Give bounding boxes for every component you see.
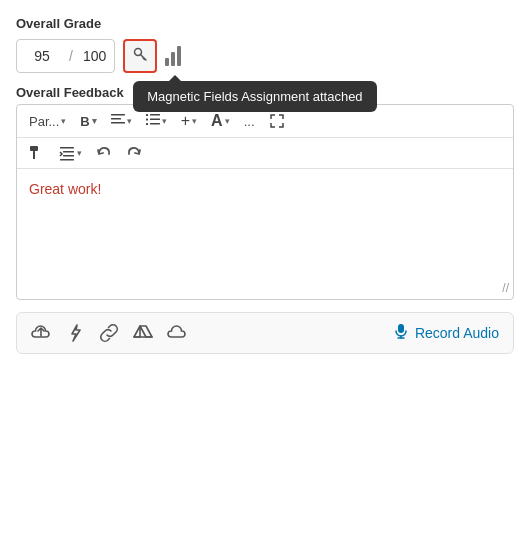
microphone-icon — [393, 323, 409, 343]
editor-container: Par... ▾ B ▾ — [16, 104, 514, 300]
feedback-section: Overall Feedback Par... ▾ B ▾ — [16, 85, 514, 300]
redo-button[interactable] — [120, 142, 148, 164]
drive-icon[interactable] — [133, 323, 153, 343]
chevron-down-icon: ▾ — [92, 116, 97, 126]
record-audio-label: Record Audio — [415, 325, 499, 341]
editor-toolbar: Par... ▾ B ▾ — [17, 105, 513, 169]
svg-marker-19 — [134, 326, 140, 337]
more-button[interactable]: ... — [238, 111, 261, 132]
svg-rect-14 — [60, 147, 74, 149]
toolbar-row-1: Par... ▾ B ▾ — [17, 105, 513, 138]
svg-rect-21 — [398, 324, 404, 333]
analytics-icon[interactable] — [165, 46, 181, 66]
svg-line-1 — [141, 55, 147, 61]
link-icon[interactable] — [99, 323, 119, 343]
grade-row: / 100 Magnetic Fields Assignment attache… — [16, 39, 514, 73]
editor-content[interactable]: Great work! // — [17, 169, 513, 299]
chevron-down-icon: ▾ — [162, 116, 167, 126]
svg-rect-17 — [60, 159, 74, 161]
svg-rect-7 — [150, 114, 160, 116]
grade-section: Overall Grade / 100 — [16, 16, 514, 73]
bottom-toolbar: Record Audio — [16, 312, 514, 354]
key-button[interactable] — [123, 39, 157, 73]
svg-rect-3 — [111, 114, 125, 116]
svg-rect-6 — [146, 114, 148, 116]
font-size-button[interactable]: A ▾ — [205, 109, 236, 133]
undo-button[interactable] — [90, 142, 118, 164]
svg-rect-13 — [33, 151, 35, 159]
svg-rect-15 — [63, 151, 74, 153]
grade-input[interactable] — [17, 44, 67, 68]
chevron-down-icon: ▾ — [127, 116, 132, 126]
svg-rect-10 — [146, 123, 148, 125]
lightning-icon[interactable] — [65, 323, 85, 343]
bold-button[interactable]: B ▾ — [74, 111, 102, 132]
grade-label: Overall Grade — [16, 16, 514, 31]
svg-marker-18 — [140, 326, 152, 337]
editor-text: Great work! — [29, 181, 101, 197]
align-button[interactable]: ▾ — [105, 110, 138, 133]
svg-rect-4 — [111, 118, 121, 120]
toolbar-row-2: ▾ — [17, 138, 513, 168]
indent-button[interactable]: ▾ — [53, 142, 88, 164]
resize-handle[interactable]: // — [502, 281, 509, 295]
fullscreen-button[interactable] — [263, 110, 291, 132]
chevron-down-icon: ▾ — [192, 116, 197, 126]
chevron-down-icon: ▾ — [225, 116, 230, 126]
grade-input-group: / 100 — [16, 39, 115, 73]
grade-total: 100 — [75, 44, 114, 68]
chevron-down-icon: ▾ — [61, 116, 66, 126]
key-icon — [132, 46, 148, 66]
list-button[interactable]: ▾ — [140, 110, 173, 133]
insert-button[interactable]: + ▾ — [175, 109, 203, 133]
svg-rect-9 — [150, 118, 160, 120]
format-painter-button[interactable] — [23, 142, 51, 164]
record-audio-button[interactable]: Record Audio — [393, 323, 499, 343]
svg-rect-11 — [150, 123, 160, 125]
svg-rect-16 — [63, 155, 74, 157]
svg-rect-8 — [146, 118, 148, 120]
feedback-label: Overall Feedback — [16, 85, 514, 100]
grade-separator: / — [67, 48, 75, 64]
paragraph-dropdown[interactable]: Par... ▾ — [23, 111, 72, 132]
chevron-down-icon: ▾ — [77, 148, 82, 158]
cloud-icon[interactable] — [167, 323, 187, 343]
svg-rect-5 — [111, 122, 125, 124]
svg-rect-12 — [30, 146, 38, 151]
upload-icon[interactable] — [31, 323, 51, 343]
